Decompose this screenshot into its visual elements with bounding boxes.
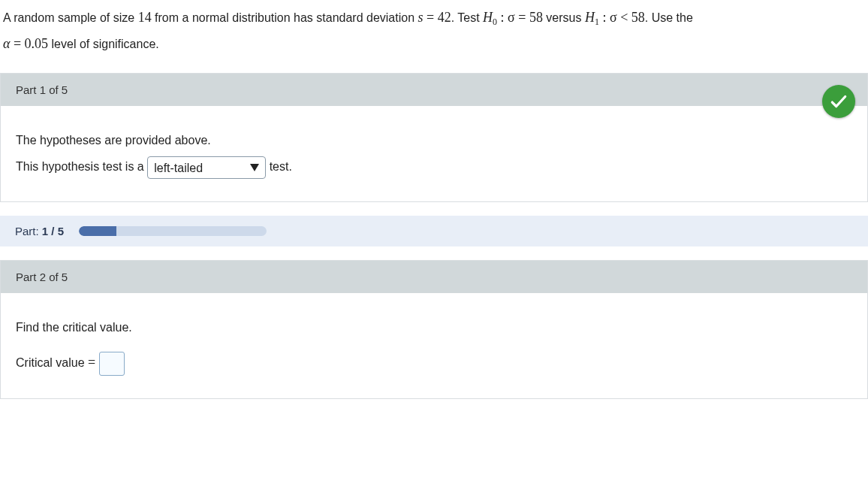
- sample-size: 14: [138, 10, 152, 25]
- h1-val: 58: [631, 10, 645, 25]
- progress-row: Part: 1 / 5: [0, 216, 868, 246]
- find-critical-instruction: Find the critical value.: [16, 314, 852, 340]
- chevron-down-icon: [250, 164, 259, 171]
- critical-value-line: Critical value =: [16, 348, 852, 378]
- test-type-prefix: This hypothesis test is a: [16, 160, 147, 173]
- critical-value-input[interactable]: [99, 352, 125, 376]
- part-2-header: Part 2 of 5: [1, 261, 867, 293]
- alpha-suffix: level of significance.: [48, 38, 159, 50]
- progress-current: 1: [42, 225, 48, 237]
- h0-val: 58: [529, 10, 543, 25]
- problem-text: versus: [543, 11, 585, 24]
- part-1-header: Part 1 of 5: [1, 74, 867, 106]
- correct-check-icon: [822, 85, 855, 118]
- progress-fill: [79, 226, 116, 236]
- part-1-body: The hypotheses are provided above. This …: [1, 106, 867, 201]
- hypotheses-provided-text: The hypotheses are provided above.: [16, 127, 852, 153]
- test-type-suffix: test.: [266, 160, 292, 173]
- problem-text: A random sample of size: [3, 11, 138, 24]
- progress-label: Part: 1 / 5: [15, 225, 64, 237]
- test-type-line: This hypothesis test is a left-tailed te…: [16, 153, 852, 180]
- problem-text: from a normal distribution has standard …: [152, 11, 418, 24]
- progress-total: 5: [58, 225, 64, 237]
- s-variable: s: [418, 10, 423, 25]
- h1-text: : σ <: [599, 10, 631, 25]
- dropdown-selected-value: left-tailed: [154, 155, 203, 181]
- problem-text: . Test: [451, 11, 483, 24]
- critical-value-label: Critical value: [16, 356, 88, 369]
- h0-text: : σ =: [497, 10, 529, 25]
- part-2-panel: Part 2 of 5 Find the critical value. Cri…: [0, 260, 868, 400]
- s-value: 42: [438, 10, 451, 25]
- alpha-val: 0.05: [25, 36, 49, 51]
- problem-statement: A random sample of size 14 from a normal…: [0, 0, 868, 73]
- problem-text: . Use the: [645, 11, 693, 24]
- test-type-dropdown[interactable]: left-tailed: [147, 156, 266, 179]
- progress-bar: [79, 226, 267, 236]
- alpha-eq: =: [10, 36, 24, 51]
- h1: H: [585, 10, 595, 25]
- part-2-body: Find the critical value. Critical value …: [1, 293, 867, 399]
- equals: =: [423, 10, 438, 25]
- equals: =: [88, 355, 95, 370]
- part-1-panel: Part 1 of 5 The hypotheses are provided …: [0, 73, 868, 201]
- h0: H: [483, 10, 493, 25]
